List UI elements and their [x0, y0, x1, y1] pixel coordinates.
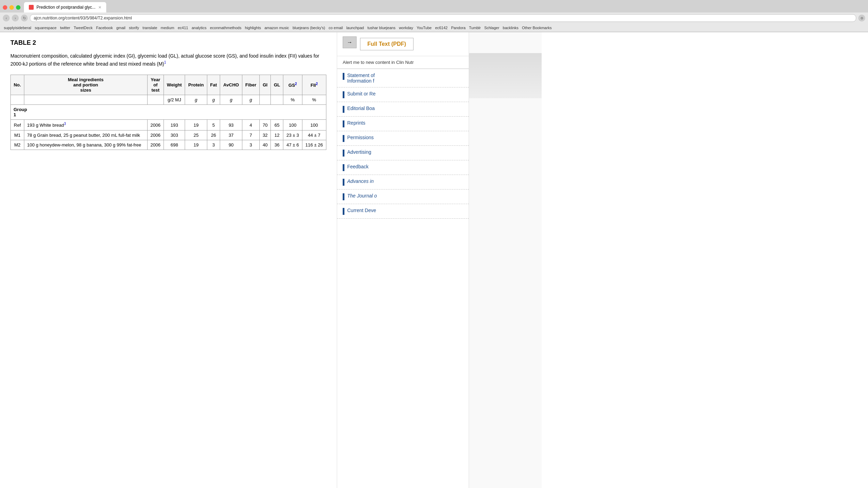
bookmark-medium[interactable]: medium [160, 26, 175, 30]
table-caption: Macronutrient composition, calculated gl… [10, 52, 326, 68]
table-title: TABLE 2 [10, 39, 326, 47]
unit-fii: % [302, 95, 326, 105]
maximize-dot[interactable] [16, 5, 20, 10]
cell-weight: 303 [164, 130, 185, 140]
bookmark-backlinks[interactable]: backlinks [502, 26, 519, 30]
refresh-button[interactable]: ↻ [21, 15, 28, 22]
cell-ingredients: 100 g honeydew-melon, 98 g banana, 300 g… [24, 140, 147, 150]
bookmark-tumblr[interactable]: Tumblr [468, 26, 482, 30]
table-header-row: No. Meal ingredientsand portionsizes Yea… [11, 75, 326, 95]
cell-gs: 47 ± 6 [283, 140, 302, 150]
bookmark-twitter[interactable]: twitter [59, 26, 71, 30]
alert-section: Alert me to new content in Clin Nutr [337, 56, 469, 69]
cell-year: 2006 [147, 120, 164, 130]
nav-item-reprints[interactable]: Reprints [337, 117, 469, 131]
bookmark-analytics[interactable]: analytics [191, 26, 208, 30]
expand-arrow-button[interactable]: → [343, 36, 357, 48]
bookmark-schlager[interactable]: Schlager [483, 26, 500, 30]
cell-gl: 12 [271, 130, 283, 140]
nav-item-journal[interactable]: The Journal o [337, 190, 469, 204]
tab-close-button[interactable]: ✕ [98, 5, 101, 10]
nav-item-current[interactable]: Current Deve [337, 204, 469, 219]
nav-item-label: Current Deve [347, 208, 376, 213]
nav-item-editorial[interactable]: Editorial Boa [337, 102, 469, 117]
bookmark-tweetdeck[interactable]: TweetDeck [73, 26, 93, 30]
blue-bar-icon [343, 164, 344, 171]
bookmark-facebook[interactable]: Facebook [95, 26, 114, 30]
bookmark-bluejeans[interactable]: bluejeans (becky's) [292, 26, 326, 30]
bookmark-launchpad[interactable]: launchpad [345, 26, 365, 30]
table-row: Ref 193 g White bread3 2006 193 19 5 93 … [11, 120, 326, 130]
nav-item-label: Permissions [347, 135, 374, 140]
bookmark-tushar[interactable]: tushar bluejeans [366, 26, 397, 30]
close-dot[interactable] [3, 5, 7, 10]
nav-item-feedback[interactable]: Feedback [337, 160, 469, 175]
cell-no: M1 [11, 130, 24, 140]
unit-avcho: g [220, 95, 242, 105]
address-bar-row: ‹ › ↻ ajcn.nutrition.org/content/93/5/98… [0, 12, 868, 24]
cell-avcho: 37 [220, 130, 242, 140]
address-bar[interactable]: ajcn.nutrition.org/content/93/5/984/T2.e… [30, 14, 856, 22]
col-header-gs: GS2 [283, 75, 302, 95]
cell-no: Ref [11, 120, 24, 130]
pdf-button[interactable]: Full Text (PDF) [360, 38, 414, 50]
unit-fat: g [207, 95, 220, 105]
nav-item-label: Feedback [347, 164, 368, 169]
nav-item-advertising[interactable]: Advertising [337, 146, 469, 160]
cell-fiber: 4 [242, 120, 259, 130]
unit-gi [259, 95, 270, 105]
nav-item-permissions[interactable]: Permissions [337, 131, 469, 146]
col-header-fiber: Fiber [242, 75, 259, 95]
col-header-gi: GI [259, 75, 270, 95]
bookmark-translate[interactable]: translate [142, 26, 158, 30]
extensions-button[interactable]: ⚙ [858, 15, 865, 22]
bookmark-youtube[interactable]: YouTube [416, 26, 433, 30]
minimize-dot[interactable] [9, 5, 14, 10]
active-tab[interactable]: Prediction of postprandial glyc... ✕ [24, 2, 106, 12]
bookmark-gmail[interactable]: gmail [115, 26, 126, 30]
cell-gl: 65 [271, 120, 283, 130]
bookmark-storify[interactable]: storify [128, 26, 140, 30]
bookmark-pandora[interactable]: Pandora [450, 26, 467, 30]
back-button[interactable]: ‹ [3, 15, 10, 22]
nav-item-advances[interactable]: Advances in [337, 175, 469, 190]
side-nav: Statement ofInformation f Submit or Re E… [337, 69, 469, 219]
unit-weight: g/2 MJ [164, 95, 185, 105]
cell-fii: 100 [302, 120, 326, 130]
pdf-section: → Full Text (PDF) [337, 32, 469, 56]
bookmark-ec411[interactable]: ec411 [177, 26, 189, 30]
bookmark-supplyisideberal[interactable]: supplyisideberal [3, 26, 32, 30]
cell-protein: 19 [185, 120, 207, 130]
right-panel: → Full Text (PDF) Alert me to new conten… [337, 32, 469, 488]
blue-bar-icon [343, 150, 344, 157]
blue-bar-icon [343, 120, 344, 127]
col-header-gl: GL [271, 75, 283, 95]
cell-fiber: 3 [242, 140, 259, 150]
nav-item-submit[interactable]: Submit or Re [337, 87, 469, 102]
unit-no [11, 95, 24, 105]
browser-chrome: Prediction of postprandial glyc... ✕ ‹ ›… [0, 0, 868, 32]
col-header-weight: Weight [164, 75, 185, 95]
alert-text: Alert me to new content in Clin Nutr [343, 60, 414, 65]
table-row: M2 100 g honeydew-melon, 98 g banana, 30… [11, 140, 326, 150]
caption-superscript: 1 [164, 60, 166, 64]
bookmark-squarespace[interactable]: squarespace [34, 26, 58, 30]
bookmark-econmathmethods[interactable]: econmathmethods [209, 26, 243, 30]
bookmark-workday[interactable]: workday [398, 26, 414, 30]
nav-item-label: Advertising [347, 149, 371, 155]
bookmark-highlights[interactable]: highlights [244, 26, 262, 30]
cell-gs: 100 [283, 120, 302, 130]
article-thumbnail [469, 53, 542, 98]
forward-button[interactable]: › [12, 15, 19, 22]
nav-item-label: Submit or Re [347, 91, 376, 96]
bookmark-ec6142[interactable]: ec6142 [434, 26, 449, 30]
nav-item-statement[interactable]: Statement ofInformation f [337, 69, 469, 87]
cell-gi: 70 [259, 120, 270, 130]
cell-gl: 36 [271, 140, 283, 150]
cell-year: 2006 [147, 140, 164, 150]
bookmark-co-email[interactable]: co email [327, 26, 344, 30]
bookmark-amazon-music[interactable]: amazon music [264, 26, 290, 30]
bookmark-other[interactable]: Other Bookmarks [521, 26, 553, 30]
cell-weight: 698 [164, 140, 185, 150]
cell-fat: 26 [207, 130, 220, 140]
